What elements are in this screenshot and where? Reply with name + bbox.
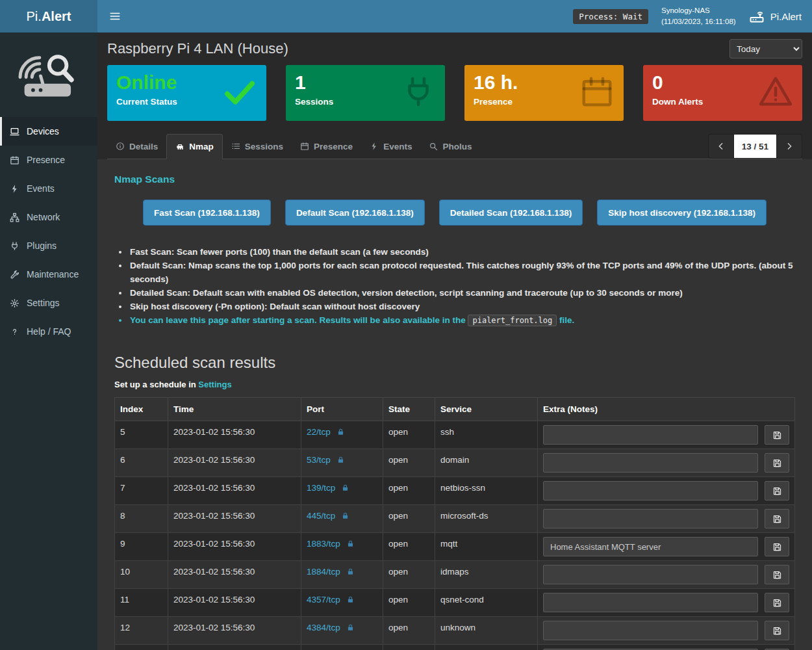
lock-icon <box>346 540 355 548</box>
tab-label: Nmap <box>189 142 214 151</box>
nmap-scans-heading: Nmap Scans <box>114 174 795 185</box>
note-input[interactable] <box>543 453 758 473</box>
floppy-icon <box>772 598 782 608</box>
cell-service: idmaps <box>435 561 538 589</box>
tab-events[interactable]: Events <box>361 134 420 159</box>
port-link[interactable]: 139/tcp <box>307 483 335 493</box>
app-link[interactable]: Pi.Alert <box>749 8 802 24</box>
sidebar-item-help-faq[interactable]: Help / FAQ <box>0 317 97 346</box>
table-row: 102023-01-02 15:56:301884/tcpopenidmaps <box>115 561 795 589</box>
column-header-service: Service <box>435 398 538 421</box>
scan-button-detailed-scan[interactable]: Detailed Scan (192.168.1.138) <box>439 200 583 226</box>
save-note-button[interactable] <box>765 425 789 445</box>
sidebar-item-network[interactable]: Network <box>0 203 97 231</box>
cell-port: 1884/tcp <box>301 561 383 589</box>
save-note-button[interactable] <box>765 565 789 584</box>
port-link[interactable]: 53/tcp <box>307 455 331 465</box>
info-icon <box>116 142 125 151</box>
tab-sessions[interactable]: Sessions <box>223 134 292 159</box>
note-input[interactable] <box>543 621 758 640</box>
sidebar-item-presence[interactable]: Presence <box>0 146 97 174</box>
cell-port: 22/tcp <box>301 421 383 449</box>
lock-icon <box>346 567 355 576</box>
note-input[interactable] <box>543 593 758 612</box>
cell-time: 2023-01-02 15:56:30 <box>168 449 301 477</box>
save-note-button[interactable] <box>765 453 789 473</box>
floppy-icon <box>772 570 782 580</box>
warning-icon <box>758 74 793 109</box>
note-bullet: You can leave this page after starting a… <box>129 313 795 328</box>
lock-icon <box>336 428 345 436</box>
cell-extra <box>538 589 795 617</box>
port-link[interactable]: 4384/tcp <box>307 623 340 632</box>
page-title: Raspberry Pi 4 LAN (House) <box>107 40 288 57</box>
sidebar-item-plugins[interactable]: Plugins <box>0 231 97 260</box>
scan-button-default-scan[interactable]: Default Scan (192.168.1.138) <box>285 200 425 226</box>
note-input[interactable] <box>543 481 758 500</box>
table-header-row: IndexTimePortStateServiceExtra (Notes) <box>115 398 795 421</box>
lock-icon <box>341 484 349 492</box>
save-note-button[interactable] <box>765 593 789 612</box>
note-input[interactable] <box>543 509 758 528</box>
scan-description-item: Detailed Scan: Default scan with enabled… <box>129 286 795 300</box>
cell-service: mqtt <box>435 533 538 561</box>
sidebar-item-maintenance[interactable]: Maintenance <box>0 260 97 289</box>
cell-time: 2023-01-02 15:56:30 <box>168 645 301 650</box>
pager-prev-button[interactable] <box>708 134 734 159</box>
save-note-button[interactable] <box>765 537 789 556</box>
sidebar-item-devices[interactable]: Devices <box>0 117 97 146</box>
pager-position: 13 / 51 <box>734 134 776 159</box>
host-timestamp: (11/03/2023, 16:11:08) <box>661 16 736 27</box>
save-note-button[interactable] <box>765 481 789 500</box>
cell-service: polipo <box>435 645 538 650</box>
lock-icon <box>336 428 345 436</box>
plug-icon <box>10 241 19 251</box>
sidebar-item-label: Help / FAQ <box>27 326 71 337</box>
port-link[interactable]: 4357/tcp <box>307 595 340 604</box>
app-logo-image <box>0 32 97 117</box>
tab-pholus[interactable]: Pholus <box>420 134 480 159</box>
lock-icon <box>341 512 349 520</box>
warning-icon <box>758 74 793 109</box>
port-link[interactable]: 445/tcp <box>307 511 335 521</box>
tab-nmap[interactable]: Nmap <box>166 134 223 159</box>
sidebar-item-label: Plugins <box>27 240 57 251</box>
scan-description-item: Default Scan: Nmap scans the top 1,000 p… <box>129 259 795 286</box>
pager-next-button[interactable] <box>776 134 802 159</box>
tab-details[interactable]: Details <box>107 134 166 159</box>
cell-service: ssh <box>435 421 538 449</box>
note-input[interactable] <box>543 537 758 556</box>
save-note-button[interactable] <box>765 621 789 640</box>
lock-icon <box>336 456 345 464</box>
save-note-button[interactable] <box>765 509 789 528</box>
port-link[interactable]: 1884/tcp <box>307 567 340 577</box>
note-input[interactable] <box>543 565 758 584</box>
calendar-icon <box>300 142 309 151</box>
settings-link[interactable]: Settings <box>198 380 231 389</box>
port-link[interactable]: 22/tcp <box>307 427 331 437</box>
calendar-icon <box>579 74 615 109</box>
cell-extra <box>538 617 795 645</box>
calendar-icon <box>579 74 615 109</box>
lock-icon <box>341 512 349 520</box>
note-input[interactable] <box>543 425 758 445</box>
laptop-icon <box>10 127 19 136</box>
lock-icon <box>346 595 355 604</box>
tab-presence[interactable]: Presence <box>292 134 361 159</box>
sidebar-item-settings[interactable]: Settings <box>0 289 97 317</box>
cell-port: 4357/tcp <box>301 589 383 617</box>
chevron-left-icon <box>716 141 726 151</box>
cell-state: open <box>383 589 435 617</box>
sidebar-toggle[interactable] <box>97 0 133 32</box>
port-link[interactable]: 1883/tcp <box>307 539 340 549</box>
sidebar-item-events[interactable]: Events <box>0 174 97 203</box>
infobox-down-alerts: 0Down Alerts <box>643 65 802 121</box>
app-logo: Pi.Alert <box>0 0 97 32</box>
scan-button-fast-scan[interactable]: Fast Scan (192.168.1.138) <box>143 200 271 226</box>
scheduled-results-heading: Scheduled scan results <box>114 354 795 372</box>
period-select[interactable]: Today <box>730 39 802 58</box>
cell-index: 7 <box>115 477 168 505</box>
table-row: 52023-01-02 15:56:3022/tcpopenssh <box>115 421 795 449</box>
cell-index: 5 <box>115 421 168 449</box>
scan-button-skip-host-discovery[interactable]: Skip host discovery (192.168.1.138) <box>597 200 767 226</box>
